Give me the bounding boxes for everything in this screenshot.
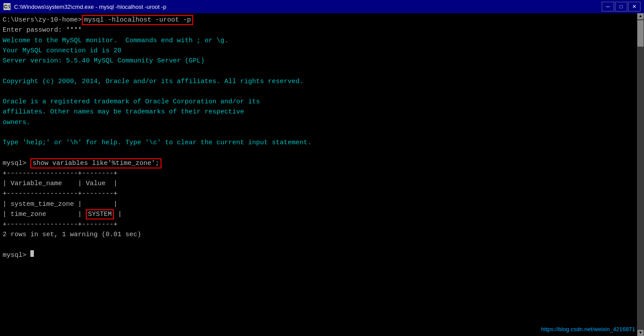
title-bar-left: C:\ C:\Windows\system32\cmd.exe - mysql …	[4, 3, 166, 10]
terminal-blank-5	[3, 240, 641, 250]
terminal-line-2: Enter password: ****	[3, 25, 641, 35]
terminal-line-oracle1: Oracle is a registered trademark of Orac…	[3, 97, 641, 107]
terminal-blank-2	[3, 87, 641, 97]
title-bar: C:\ C:\Windows\system32\cmd.exe - mysql …	[0, 0, 644, 13]
terminal-prompt-final: mysql>	[3, 250, 641, 260]
terminal-line-result: 2 rows in set, 1 warning (0.01 sec)	[3, 230, 641, 240]
terminal-line-help: Type 'help;' or '\h' for help. Type '\c'…	[3, 138, 641, 148]
cmd-icon: C:\	[4, 3, 11, 10]
command-highlight-2: show variables like'%time_zone';	[30, 158, 161, 168]
terminal-line-5: Server version: 5.5.40 MySQL Community S…	[3, 56, 641, 66]
terminal-line-oracle2: affiliates. Other names may be trademark…	[3, 107, 641, 117]
terminal-line-3: Welcome to the MySQL monitor. Commands e…	[3, 36, 641, 46]
table-border-top: +------------------+--------+	[3, 168, 641, 179]
maximize-button[interactable]: □	[615, 2, 627, 11]
terminal-line-1: C:\Users\zy-10-home>mysql -hlocalhost -u…	[3, 15, 641, 25]
terminal-line-query: mysql> show variables like'%time_zone';	[3, 158, 641, 168]
scrollbar[interactable]: ▲ ▼	[637, 13, 644, 336]
cursor	[30, 250, 34, 257]
table-header: | Variable_name | Value |	[3, 179, 641, 189]
window-title: C:\Windows\system32\cmd.exe - mysql -hlo…	[14, 4, 166, 10]
terminal-blank-3	[3, 128, 641, 138]
terminal-blank-4	[3, 148, 641, 158]
table-border-bottom: +------------------+--------+	[3, 219, 641, 230]
table-row-1: | system_time_zone | |	[3, 199, 641, 209]
terminal-line-4: Your MySQL connection id is 20	[3, 46, 641, 56]
minimize-button[interactable]: ─	[602, 2, 614, 11]
scroll-up-arrow[interactable]: ▲	[637, 13, 644, 19]
command-highlight-1: mysql -hlocalhost -uroot -p	[82, 15, 193, 25]
scroll-down-arrow[interactable]: ▼	[637, 330, 644, 336]
close-button[interactable]: ✕	[628, 2, 640, 11]
terminal-blank-1	[3, 66, 641, 76]
system-value-highlight: SYSTEM	[86, 209, 114, 219]
table-border-mid: +------------------+--------+	[3, 189, 641, 199]
watermark-link: https://blog.csdn.net/weixin_4216871	[541, 326, 635, 332]
window-controls[interactable]: ─ □ ✕	[602, 2, 640, 11]
terminal-line-copyright: Copyright (c) 2000, 2014, Oracle and/or …	[3, 77, 641, 87]
table-row-2: | time_zone | SYSTEM |	[3, 209, 641, 219]
terminal-area[interactable]: C:\Users\zy-10-home>mysql -hlocalhost -u…	[0, 13, 644, 336]
scroll-thumb[interactable]	[637, 20, 644, 47]
terminal-line-oracle3: owners.	[3, 117, 641, 128]
